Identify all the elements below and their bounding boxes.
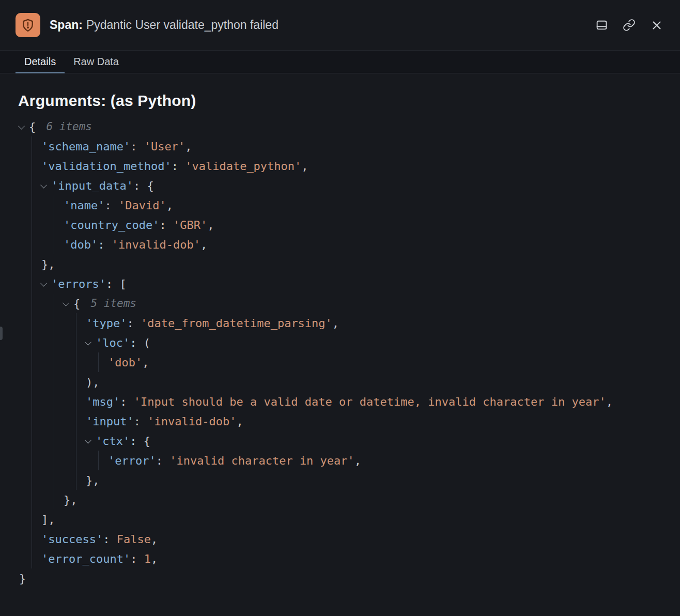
token-punct: : [ [106,278,127,290]
token-str: 'validate_python' [185,160,301,173]
tree-row: 'type': 'date_from_datetime_parsing', [86,313,662,333]
tree-children: { 5 items'type': 'date_from_datetime_par… [54,294,662,510]
tree-row: 'validation_method': 'validate_python', [41,156,662,176]
token-key: 'type' [86,317,127,330]
tree-row: 'input_data': { [41,176,662,195]
arguments-tree: { 6 items'schema_name': 'User','validati… [18,117,662,588]
token-punct: : [130,552,144,565]
tab-details[interactable]: Details [16,51,65,73]
shield-alert-icon [16,13,40,37]
tree-row: 'loc': ( [86,333,662,352]
tree-children: 'dob', [98,352,662,372]
token-val: 1 [144,552,151,565]
token-punct: : [104,199,118,212]
token-punct: , [207,219,214,232]
token-punct: ), [86,376,100,389]
token-str: 'invalid character in year' [169,454,354,467]
details-content: Arguments: (as Python) { 6 items'schema_… [0,92,680,588]
token-str: 'invalid-dob' [112,238,200,251]
token-punct: , [151,552,158,565]
tree-node: 'loc': ('dob',), [86,333,662,392]
tree-row: } [19,568,662,588]
token-punct: : ( [130,336,150,349]
dock-panel-button[interactable] [595,19,608,32]
token-key: 'country_code' [64,219,159,232]
token-str: 'GBR' [173,219,207,232]
token-key: 'success' [41,533,103,546]
token-punct: }, [64,494,78,506]
tree-node: { 6 items'schema_name': 'User','validati… [19,117,662,588]
chevron-down-icon[interactable] [41,282,51,286]
token-punct: , [301,160,308,173]
token-key: 'dob' [64,238,98,251]
tree-node: { 5 items'type': 'date_from_datetime_par… [64,294,662,510]
chevron-down-icon[interactable] [41,183,51,188]
tree-children: 'schema_name': 'User','validation_method… [32,136,662,568]
chevron-down-icon[interactable] [19,125,29,129]
tree-children: 'error': 'invalid character in year', [98,451,662,470]
token-key: 'error' [108,454,156,467]
panel-resize-handle[interactable] [0,327,3,340]
chevron-down-icon[interactable] [86,341,96,345]
token-str: 'date_from_datetime_parsing' [141,317,332,330]
token-punct: : [172,160,186,173]
close-icon [650,19,663,32]
tree-row: 'input': 'invalid-dob', [86,411,662,431]
token-punct: : { [130,435,150,448]
token-punct: ], [41,513,55,526]
copy-link-button[interactable] [623,19,636,32]
token-punct: : [130,140,144,153]
header-actions [595,19,663,32]
tree-row: 'name': 'David', [64,195,662,215]
token-punct: , [354,454,361,467]
tree-row: 'ctx': { [86,431,662,451]
token-punct: , [606,395,613,408]
token-punct: : [156,454,170,467]
tree-node: 'input_data': {'name': 'David','country_… [41,176,662,274]
token-str: 'dob' [108,356,142,369]
tree-row: 'dob': 'invalid-dob', [64,235,662,254]
token-str: 'invalid-dob' [147,415,236,428]
token-key: 'error_count' [41,552,130,565]
token-punct: : [134,415,148,428]
token-punct: : [98,238,112,251]
chevron-down-icon[interactable] [64,301,73,306]
link-icon [623,19,636,32]
token-punct: : { [133,179,154,192]
tree-row: 'dob', [108,352,662,372]
token-key: 'schema_name' [41,140,130,153]
arguments-heading: Arguments: (as Python) [18,92,662,110]
panel-header: Span:Pydantic User validate_python faile… [0,0,680,50]
tab-raw-data[interactable]: Raw Data [65,51,128,73]
token-punct: , [200,238,207,251]
token-punct: , [185,140,192,153]
token-punct: } [19,572,26,585]
token-key: 'loc' [96,336,130,349]
chevron-down-icon[interactable] [86,439,96,443]
tree-children: 'type': 'date_from_datetime_parsing','lo… [76,313,662,490]
tree-row: { 5 items [64,294,662,313]
token-str: 'David' [118,199,166,212]
token-meta: 6 items [47,120,92,133]
token-punct: , [236,415,243,428]
token-key: 'input_data' [51,179,133,192]
close-button[interactable] [650,19,663,32]
tree-row: }, [64,490,662,510]
tab-bar: Details Raw Data [0,50,680,73]
panel-title-text: Pydantic User validate_python failed [86,18,279,32]
token-str: 'User' [144,140,185,153]
tree-row: 'msg': 'Input should be a valid date or … [86,392,662,411]
token-punct: : [127,317,141,330]
token-punct: : [159,219,173,232]
token-punct: : [103,533,117,546]
tree-row: 'error': 'invalid character in year', [108,451,662,470]
token-str: 'Input should be a valid date or datetim… [134,395,606,408]
tree-row: }, [41,254,662,274]
token-punct: { [29,120,43,133]
token-punct: , [332,317,339,330]
token-punct: { [73,297,87,310]
token-key: 'msg' [86,395,120,408]
tree-node: 'errors': [{ 5 items'type': 'date_from_d… [41,274,662,529]
token-key: 'validation_method' [41,160,172,173]
token-punct: , [166,199,173,212]
